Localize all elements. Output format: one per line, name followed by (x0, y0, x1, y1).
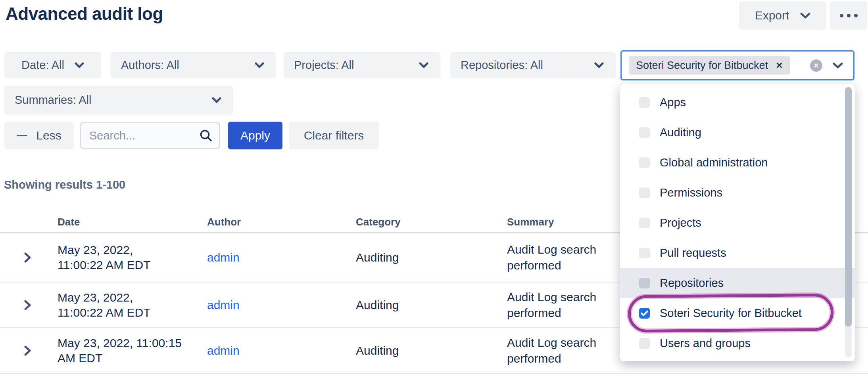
dropdown-option-soteri-security[interactable]: Soteri Security for Bitbucket (620, 298, 855, 328)
dropdown-option-apps[interactable]: Apps (620, 87, 855, 117)
more-actions-button[interactable] (830, 1, 867, 30)
minus-icon (17, 135, 27, 136)
projects-filter-label: Projects: All (294, 59, 354, 72)
cell-summary: Audit Log searchperformed (507, 289, 626, 321)
cell-category: Auditing (356, 298, 399, 312)
dropdown-option-label: Apps (660, 96, 686, 109)
less-button-label: Less (36, 129, 61, 142)
dropdown-option-projects[interactable]: Projects (620, 208, 855, 238)
repositories-filter-label: Repositories: All (461, 59, 543, 72)
checkbox-unchecked[interactable] (639, 97, 650, 108)
categories-dropdown-menu: Apps Auditing Global administration Perm… (620, 84, 855, 361)
ellipsis-icon (854, 14, 858, 17)
dropdown-option-repositories[interactable]: Repositories (620, 268, 855, 298)
author-link[interactable]: admin (207, 298, 240, 312)
expand-row-chevron-icon[interactable] (23, 345, 32, 356)
checkbox-unchecked[interactable] (639, 338, 650, 349)
cell-summary: Audit Log searchperformed (507, 242, 626, 273)
authors-filter-dropdown[interactable]: Authors: All (111, 52, 276, 78)
dropdown-scrollbar-track[interactable] (845, 87, 852, 357)
author-link[interactable]: admin (207, 251, 240, 264)
chevron-down-icon (75, 62, 84, 69)
cell-date: May 23, 2022,11:00:22 AM EDT (58, 243, 204, 273)
summaries-filter-label: Summaries: All (15, 94, 91, 107)
column-header-author: Author (207, 216, 241, 228)
chevron-down-icon (419, 62, 428, 69)
dropdown-option-auditing[interactable]: Auditing (620, 117, 855, 147)
column-header-date: Date (58, 216, 80, 228)
clear-filters-label: Clear filters (304, 129, 364, 142)
ellipsis-icon (847, 14, 851, 17)
chevron-down-icon (212, 97, 221, 103)
apply-button[interactable]: Apply (228, 122, 282, 149)
cell-summary: Audit Log searchperformed (507, 335, 626, 367)
advanced-audit-log-page: Advanced audit log Export Date: All Auth… (0, 0, 868, 382)
ellipsis-icon (840, 14, 843, 17)
authors-filter-label: Authors: All (121, 59, 179, 72)
selected-category-tag-label: Soteri Security for Bitbucket (636, 59, 768, 72)
expand-row-chevron-icon[interactable] (23, 300, 32, 311)
dropdown-option-label: Permissions (660, 186, 722, 199)
dropdown-option-global-administration[interactable]: Global administration (620, 147, 855, 178)
cell-category: Auditing (356, 344, 399, 357)
dropdown-option-label: Users and groups (660, 337, 751, 350)
checkbox-checked[interactable] (639, 308, 650, 319)
dropdown-option-users-and-groups[interactable]: Users and groups (620, 328, 855, 358)
dropdown-option-pull-requests[interactable]: Pull requests (620, 238, 855, 268)
summaries-filter-dropdown[interactable]: Summaries: All (4, 86, 233, 115)
dropdown-option-label: Soteri Security for Bitbucket (660, 307, 802, 320)
results-count-text: Showing results 1-100 (4, 178, 125, 191)
author-link[interactable]: admin (207, 344, 240, 357)
dropdown-option-label: Projects (660, 216, 701, 229)
dropdown-option-label: Auditing (660, 126, 701, 139)
dropdown-option-permissions[interactable]: Permissions (620, 178, 855, 208)
column-header-summary: Summary (507, 216, 554, 228)
categories-filter-multiselect[interactable]: Soteri Security for Bitbucket × × (620, 50, 855, 80)
dropdown-option-label: Pull requests (660, 246, 726, 260)
checkbox-unchecked[interactable] (639, 248, 650, 258)
date-filter-dropdown[interactable]: Date: All (4, 52, 101, 78)
search-field[interactable] (80, 122, 220, 149)
expand-row-chevron-icon[interactable] (23, 252, 32, 263)
chevron-down-icon[interactable] (833, 62, 843, 69)
date-filter-label: Date: All (21, 59, 64, 72)
page-title: Advanced audit log (6, 4, 163, 24)
column-header-category: Category (356, 216, 401, 228)
chevron-down-icon (255, 62, 264, 69)
cell-category: Auditing (356, 251, 399, 264)
remove-tag-icon[interactable]: × (776, 60, 782, 71)
export-button[interactable]: Export (739, 1, 826, 30)
checkbox-unchecked[interactable] (639, 218, 650, 228)
dropdown-option-label: Repositories (660, 277, 724, 290)
export-button-label: Export (755, 9, 789, 22)
selected-category-tag: Soteri Security for Bitbucket × (629, 56, 790, 74)
search-icon (199, 129, 213, 142)
dropdown-option-label: Global administration (660, 156, 768, 169)
chevron-down-icon (800, 12, 810, 19)
checkbox-unchecked[interactable] (639, 157, 650, 168)
dropdown-scrollbar-thumb[interactable] (845, 87, 852, 327)
cell-date: May 23, 2022, 11:00:15AM EDT (58, 336, 204, 366)
checkbox-unchecked[interactable] (639, 278, 650, 288)
clear-selection-icon[interactable]: × (810, 59, 822, 72)
projects-filter-dropdown[interactable]: Projects: All (284, 52, 440, 78)
cell-date: May 23, 2022,11:00:22 AM EDT (58, 290, 204, 320)
chevron-down-icon (594, 62, 604, 69)
clear-filters-button[interactable]: Clear filters (289, 122, 379, 149)
checkbox-unchecked[interactable] (639, 187, 650, 198)
repositories-filter-dropdown[interactable]: Repositories: All (450, 52, 616, 78)
less-filters-button[interactable]: Less (4, 122, 74, 149)
search-input[interactable] (88, 129, 199, 143)
checkbox-unchecked[interactable] (639, 127, 650, 138)
